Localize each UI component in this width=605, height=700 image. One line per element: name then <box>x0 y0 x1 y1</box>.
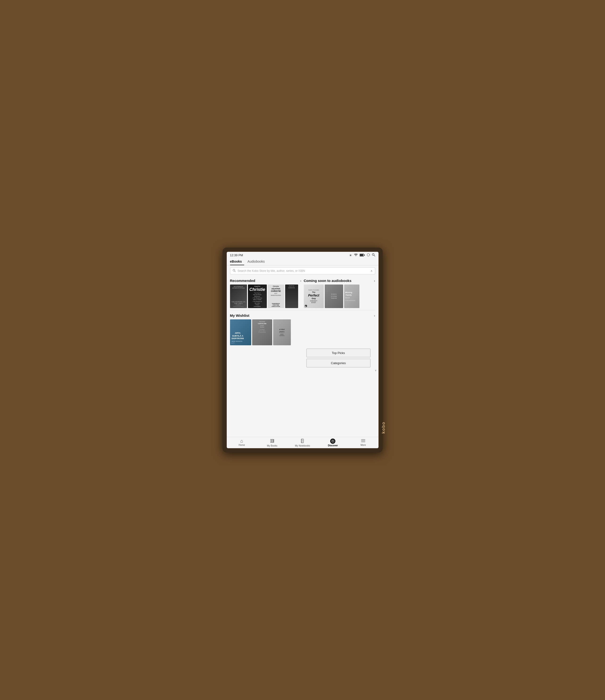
svg-point-3 <box>367 254 369 256</box>
svg-rect-9 <box>272 439 273 443</box>
section-divider <box>230 310 375 310</box>
book-cover[interactable]: MYSTERIOUS AFFAIR AT STYLES THE MURDER O… <box>230 284 247 308</box>
svg-line-7 <box>235 271 236 272</box>
wishlist-title: My Wishlist <box>230 314 249 318</box>
kobo-brand: kobo <box>381 422 386 433</box>
book-cover[interactable]: IN WITHSYSTEMTANKIAN <box>325 284 343 308</box>
book-cover[interactable]: AGATHACHRISTIE <box>285 284 298 308</box>
wishlist-section: My Wishlist › ARTASUBTILĂ ADISPĂRĂRII MA… <box>227 311 379 347</box>
scroll-down-indicator: ∨ <box>227 368 379 373</box>
coming-soon-arrow[interactable]: › <box>374 279 375 283</box>
menu-icon <box>361 439 366 443</box>
nav-notebooks[interactable]: My Notebooks <box>287 437 318 448</box>
book-cover[interactable]: Sophie Gonzales ThePerfectGuy DOESN'TEXI… <box>304 284 324 308</box>
svg-rect-1 <box>360 254 363 256</box>
battery-icon <box>360 253 365 257</box>
recommended-section: Recommended › MYSTERIOUS AFFAIR AT STYLE… <box>230 279 301 308</box>
main-content: Recommended › MYSTERIOUS AFFAIR AT STYLE… <box>227 276 379 437</box>
nav-discover-label: Discover <box>328 444 338 447</box>
nav-more[interactable]: More <box>348 437 379 448</box>
search-collapse-icon[interactable]: ∧ <box>370 269 372 273</box>
sync-icon[interactable] <box>367 253 370 257</box>
svg-rect-10 <box>273 439 274 443</box>
tab-bar: eBooks Audiobooks <box>227 258 379 266</box>
recommended-title: Recommended <box>230 279 256 283</box>
books-icon <box>270 439 274 444</box>
status-icons: ☀ <box>349 253 375 257</box>
bottom-nav: ⌂ Home My Books <box>227 437 379 448</box>
home-icon: ⌂ <box>240 439 243 443</box>
recommended-arrow[interactable]: › <box>300 279 301 283</box>
nav-discover[interactable]: Discover <box>318 437 348 448</box>
brightness-icon: ☀ <box>349 253 352 257</box>
nav-notebooks-label: My Notebooks <box>295 445 310 447</box>
status-bar: 12:39 PM ☀ <box>227 252 379 258</box>
search-box[interactable]: Search the Kobo Store by title, author, … <box>230 267 375 274</box>
book-cover[interactable]: Agatha Christie The First 3Hercule Poiro… <box>248 284 267 308</box>
svg-marker-15 <box>332 440 333 442</box>
categories-button[interactable]: Categories <box>307 359 370 368</box>
svg-rect-8 <box>271 439 271 443</box>
search-icon[interactable] <box>372 253 375 257</box>
recommended-shelf: MYSTERIOUS AFFAIR AT STYLES THE MURDER O… <box>230 284 301 308</box>
svg-point-4 <box>372 254 374 255</box>
coming-soon-title: Coming soon to audiobooks <box>304 279 352 283</box>
discover-circle <box>330 439 335 444</box>
top-picks-button[interactable]: Top Picks <box>307 349 370 357</box>
search-placeholder-text: Search the Kobo Store by title, author, … <box>238 269 369 273</box>
book-cover[interactable]: TECHNO CAPITALISM AndreiTEANU e și Haos … <box>252 319 272 345</box>
book-cover[interactable]: ARTASUBTILĂ ADISPĂRĂRII MARK MANSON ▶ ZC… <box>230 319 251 345</box>
recommended-header: Recommended › <box>230 279 301 283</box>
book-cover[interactable]: Christie AGATHACHRISTIE POTINVESTIGATES … <box>268 284 284 308</box>
svg-rect-2 <box>364 255 365 255</box>
device-frame: 12:39 PM ☀ <box>222 248 383 452</box>
book-cover[interactable]: MissingFamily Weaver TO BE REVEALED <box>344 284 359 308</box>
action-buttons: Top Picks Categories <box>303 347 374 368</box>
nav-home-label: Home <box>239 444 245 446</box>
screen: 12:39 PM ☀ <box>227 252 379 448</box>
discover-icon <box>330 439 335 444</box>
coming-soon-header: Coming soon to audiobooks › <box>304 279 375 283</box>
svg-line-5 <box>374 255 375 256</box>
nav-home[interactable]: ⌂ Home <box>227 437 257 448</box>
notebook-icon <box>300 439 305 444</box>
wishlist-header: My Wishlist › <box>230 314 375 318</box>
search-input-icon <box>233 269 236 273</box>
tab-audiobooks[interactable]: Audiobooks <box>247 258 267 265</box>
tab-ebooks[interactable]: eBooks <box>230 258 244 265</box>
featured-sections: Recommended › MYSTERIOUS AFFAIR AT STYLE… <box>227 276 379 309</box>
nav-my-books[interactable]: My Books <box>257 437 287 448</box>
search-container: Search the Kobo Store by title, author, … <box>227 266 379 276</box>
nav-books-label: My Books <box>267 445 277 447</box>
wifi-icon <box>354 253 358 257</box>
coming-soon-shelf: Sophie Gonzales ThePerfectGuy DOESN'TEXI… <box>304 284 375 308</box>
coming-soon-section: Coming soon to audiobooks › Sophie Gonza… <box>304 279 375 308</box>
wishlist-arrow[interactable]: › <box>374 314 375 318</box>
wishlist-shelf: ARTASUBTILĂ ADISPĂRĂRII MARK MANSON ▶ ZC… <box>230 319 375 345</box>
status-time: 12:39 PM <box>230 253 243 257</box>
book-cover[interactable]: at Killedpitalism ANISUFAKIS <box>273 319 291 345</box>
nav-more-label: More <box>361 444 366 446</box>
